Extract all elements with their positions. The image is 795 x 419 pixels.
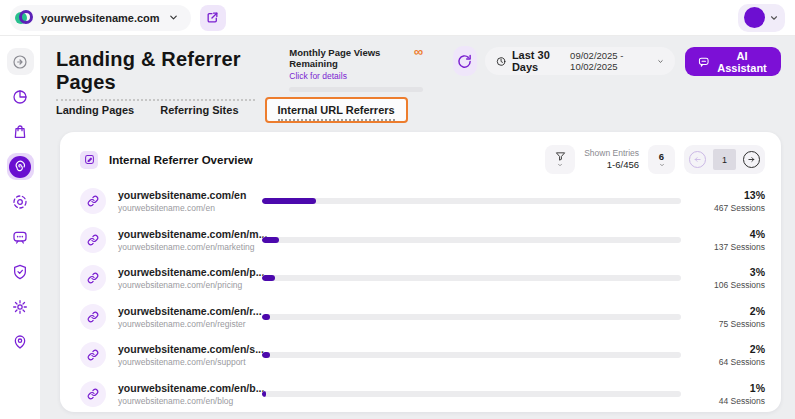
account-menu[interactable] — [738, 4, 785, 32]
table-row[interactable]: yourwebsitename.com/en/s... yourwebsiten… — [80, 336, 765, 375]
next-page-button[interactable] — [743, 151, 760, 168]
external-link-icon — [206, 11, 219, 24]
shield-icon — [12, 264, 28, 280]
row-url: yourwebsitename.com/en/s... — [118, 343, 256, 355]
table-row[interactable]: yourwebsitename.com/en/b... yourwebsiten… — [80, 375, 765, 413]
row-percent: 2% — [681, 343, 765, 355]
row-percent: 1% — [681, 382, 765, 394]
row-progress-track — [262, 391, 681, 397]
row-url-block: yourwebsitename.com/en/b... yourwebsiten… — [118, 382, 256, 406]
arrow-right-icon — [747, 155, 756, 164]
table-row[interactable]: yourwebsitename.com/en/p... yourwebsiten… — [80, 259, 765, 298]
row-progress-track — [262, 275, 681, 281]
row-progress-fill — [262, 275, 275, 281]
row-sessions: 137 Sessions — [681, 242, 765, 252]
card-header: Internal Referrer Overview Shown Entries… — [60, 132, 781, 180]
row-progress-track — [262, 198, 681, 204]
previous-page-button[interactable] — [689, 151, 706, 168]
row-sessions: 106 Sessions — [681, 280, 765, 290]
date-preset-label: Last 30 Days — [512, 49, 564, 73]
link-icon — [80, 265, 106, 291]
chat-bubble-icon — [698, 55, 710, 69]
row-full-url: yourwebsitename.com/en/support — [118, 357, 256, 367]
chevron-down-icon — [769, 13, 779, 23]
ai-assistant-label: AI Assistant — [716, 50, 768, 74]
row-metrics: 13% 467 Sessions — [681, 189, 765, 213]
row-url-block: yourwebsitename.com/en/s... yourwebsiten… — [118, 343, 256, 367]
tab-referring-sites[interactable]: Referring Sites — [160, 104, 238, 116]
sidebar-item-referrers[interactable] — [7, 153, 34, 180]
row-full-url: yourwebsitename.com/en/blog — [118, 396, 256, 406]
sidebar-item-commerce[interactable] — [7, 118, 34, 145]
date-range-value: 09/02/2025 - 10/02/2025 — [570, 50, 650, 72]
table-row[interactable]: yourwebsitename.com/en yourwebsitename.c… — [80, 182, 765, 221]
sidebar-item-settings[interactable] — [7, 293, 34, 320]
filter-button[interactable] — [545, 145, 575, 174]
shown-entries-value: 1-6/456 — [584, 159, 639, 171]
page-size-select[interactable]: 6 — [648, 145, 675, 174]
gear-icon — [12, 299, 28, 315]
chat-icon — [12, 229, 28, 245]
refresh-button[interactable] — [453, 46, 477, 76]
app-logo-icon — [15, 9, 33, 27]
tab-internal-url-referrers[interactable]: Internal URL Referrers — [265, 97, 408, 123]
date-range-picker[interactable]: Last 30 Days 09/02/2025 - 10/02/2025 — [485, 47, 675, 75]
quota-details-link[interactable]: Click for details — [289, 71, 413, 81]
row-percent: 4% — [681, 228, 765, 240]
card-title: Internal Referrer Overview — [109, 154, 253, 166]
chevron-down-icon — [168, 12, 179, 23]
row-metrics: 2% 64 Sessions — [681, 343, 765, 367]
link-icon — [80, 304, 106, 330]
row-url: yourwebsitename.com/en/p... — [118, 266, 256, 278]
avatar — [744, 7, 765, 28]
row-sessions: 64 Sessions — [681, 357, 765, 367]
tab-landing-pages[interactable]: Landing Pages — [56, 104, 134, 116]
row-sessions: 44 Sessions — [681, 396, 765, 406]
chevron-down-icon — [658, 162, 666, 168]
sidebar-item-collapse-nav[interactable] — [7, 48, 34, 75]
sidebar-item-overview[interactable] — [7, 83, 34, 110]
report-icon — [80, 151, 98, 169]
target-icon — [12, 194, 28, 210]
referrer-table: yourwebsitename.com/en yourwebsitename.c… — [60, 180, 781, 412]
infinity-icon: ∞ — [414, 47, 423, 57]
internal-referrer-card: Internal Referrer Overview Shown Entries… — [60, 132, 781, 412]
page-header: Landing & Referrer Pages Monthly Page Vi… — [56, 44, 781, 90]
row-full-url: yourwebsitename.com/en/register — [118, 319, 256, 329]
row-url-block: yourwebsitename.com/en/p... yourwebsiten… — [118, 266, 256, 290]
quota-label: Monthly Page Views Remaining — [289, 47, 413, 69]
row-full-url: yourwebsitename.com/en/pricing — [118, 280, 256, 290]
shopping-bag-icon — [12, 124, 28, 140]
table-row[interactable]: yourwebsitename.com/en/m... yourwebsiten… — [80, 221, 765, 260]
site-selector[interactable]: yourwebsitename.com — [10, 5, 191, 31]
row-url-block: yourwebsitename.com/en yourwebsitename.c… — [118, 189, 256, 213]
sidebar-item-locations[interactable] — [7, 328, 34, 355]
table-row[interactable]: yourwebsitename.com/en/r... yourwebsiten… — [80, 298, 765, 337]
link-icon — [80, 342, 106, 368]
page-size-value: 6 — [659, 151, 664, 162]
page-views-quota: Monthly Page Views Remaining Click for d… — [289, 47, 423, 92]
row-progress-fill — [262, 237, 279, 243]
spiral-icon — [13, 160, 27, 174]
row-metrics: 2% 75 Sessions — [681, 305, 765, 329]
row-progress-track — [262, 237, 681, 243]
shown-entries: Shown Entries 1-6/456 — [584, 148, 639, 171]
row-progress-fill — [262, 391, 266, 397]
main-content: Landing & Referrer Pages Monthly Page Vi… — [40, 36, 795, 419]
pie-chart-icon — [12, 89, 28, 105]
funnel-icon — [555, 151, 566, 162]
quota-progress-bar — [289, 87, 423, 92]
row-percent: 3% — [681, 266, 765, 278]
link-icon — [80, 188, 106, 214]
sidebar-item-goals[interactable] — [7, 188, 34, 215]
ai-assistant-button[interactable]: AI Assistant — [685, 47, 782, 76]
open-site-button[interactable] — [200, 5, 226, 31]
row-percent: 2% — [681, 305, 765, 317]
card-controls: Shown Entries 1-6/456 6 1 — [545, 145, 765, 174]
clock-icon — [496, 55, 506, 68]
sidebar-item-messages[interactable] — [7, 223, 34, 250]
sidebar-item-privacy[interactable] — [7, 258, 34, 285]
active-nav-highlight — [9, 156, 31, 178]
row-url: yourwebsitename.com/en — [118, 189, 256, 201]
refresh-icon — [457, 54, 472, 69]
